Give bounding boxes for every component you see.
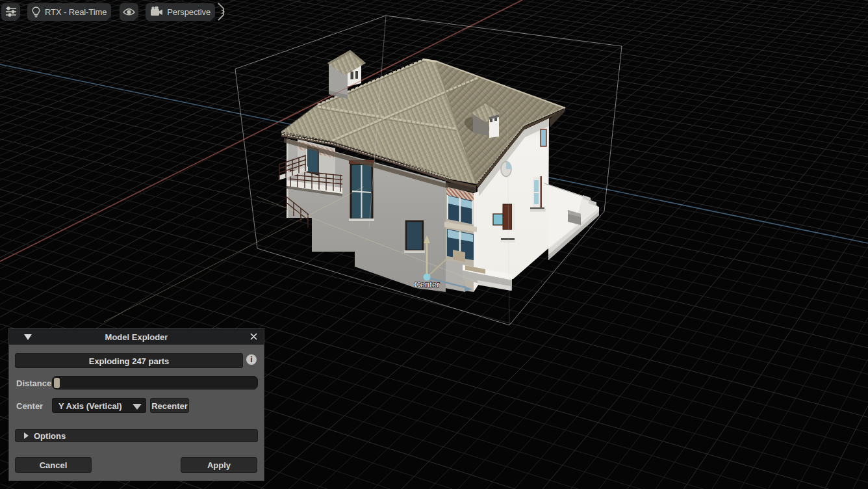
svg-text:Center: Center [414,280,440,289]
